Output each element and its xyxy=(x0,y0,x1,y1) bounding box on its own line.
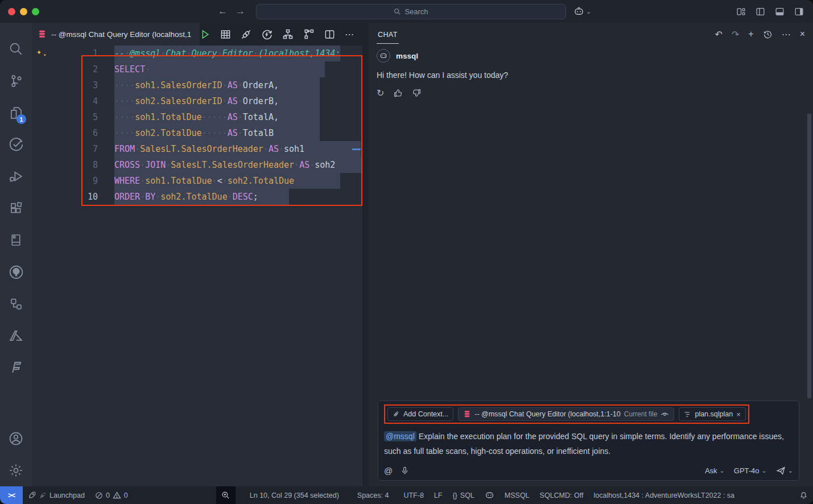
run-query-icon[interactable] xyxy=(200,29,211,40)
toggle-panel-icon[interactable] xyxy=(775,7,785,16)
close-icon[interactable]: × xyxy=(736,410,741,419)
context-chip-file[interactable]: -- @mssql Chat Query Editor (localhost,1… xyxy=(458,407,674,421)
code-editor[interactable]: ✦✦ 1--·@mssql·Chat·Query·Editor·(localho… xyxy=(32,46,362,486)
back-icon[interactable]: ← xyxy=(218,6,228,17)
retry-icon[interactable]: ↻ xyxy=(377,88,384,98)
minimize-window-button[interactable] xyxy=(20,8,27,15)
launchpad-item[interactable]: Launchpad xyxy=(23,486,90,504)
eye-icon[interactable] xyxy=(661,410,669,419)
microphone-icon[interactable] xyxy=(401,466,409,475)
model-dropdown[interactable]: GPT-4o⌄ xyxy=(734,466,767,475)
estimated-plan-icon[interactable] xyxy=(282,28,294,40)
code-line[interactable]: 1--·@mssql·Chat·Query·Editor·(localhost,… xyxy=(32,46,362,61)
toggle-primary-sidebar-icon[interactable] xyxy=(756,7,765,16)
activity-accounts[interactable] xyxy=(2,423,30,455)
search-icon xyxy=(9,42,23,56)
remote-indicator[interactable]: >< xyxy=(0,486,23,504)
thumbs-up-icon[interactable] xyxy=(393,88,403,98)
activity-settings[interactable] xyxy=(2,455,30,486)
history-icon[interactable] xyxy=(763,30,773,39)
code-line[interactable]: 3····soh1.SalesOrderID·AS·OrderA, xyxy=(32,77,362,93)
indentation-item[interactable]: Spaces: 4 xyxy=(352,486,394,504)
language-mode-item[interactable]: {}SQL xyxy=(447,486,479,504)
line-number: 2 xyxy=(32,61,98,77)
code-line[interactable]: 8CROSS·JOIN·SalesLT.SalesOrderHeader·AS·… xyxy=(32,157,362,173)
copilot-menu[interactable]: ⌄ xyxy=(573,6,591,17)
zoom-indicator[interactable] xyxy=(216,486,236,504)
chat-input-container: Add Context... -- @mssql Chat Query Edit… xyxy=(378,400,799,481)
add-context-button[interactable]: Add Context... xyxy=(387,407,453,421)
rocket-icon xyxy=(28,491,36,499)
more-icon[interactable]: ⋯ xyxy=(782,29,791,40)
code-line[interactable]: 10ORDER·BY·soh2.TotalDue·DESC; xyxy=(32,189,362,205)
activity-azure[interactable] xyxy=(2,320,30,352)
redo-icon[interactable]: ↷ xyxy=(732,29,739,40)
toggle-secondary-sidebar-icon[interactable] xyxy=(794,7,804,16)
activity-object-explorer[interactable] xyxy=(2,288,30,320)
context-chip-plan[interactable]: plan.sqlplan × xyxy=(679,407,745,421)
tab-bar: -- @mssql Chat Query Editor (localhost,1… xyxy=(32,23,362,46)
chat-input-text[interactable]: @mssql Explain the execution plan for th… xyxy=(384,429,793,459)
results-grid-icon[interactable] xyxy=(220,29,231,40)
copilot-status-item[interactable] xyxy=(480,486,500,504)
code-line[interactable]: 2SELECT· xyxy=(32,61,362,77)
close-icon[interactable]: × xyxy=(800,29,805,39)
mode-dropdown[interactable]: Ask⌄ xyxy=(705,466,725,475)
problems-item[interactable]: 0 0 xyxy=(90,486,133,504)
warnings-icon xyxy=(113,491,121,499)
eol-item[interactable]: LF xyxy=(429,486,448,504)
new-chat-icon[interactable]: + xyxy=(748,29,753,39)
split-editor-icon[interactable] xyxy=(324,29,335,40)
forward-icon[interactable]: → xyxy=(236,6,245,17)
undo-icon[interactable]: ↶ xyxy=(715,29,723,40)
mention-button[interactable]: @ xyxy=(384,466,393,476)
activity-notebook[interactable] xyxy=(2,224,30,256)
customize-layout-icon[interactable] xyxy=(736,7,746,16)
change-connection-icon[interactable] xyxy=(261,28,273,40)
code-line[interactable]: 7FROM·SalesLT.SalesOrderHeader·AS·soh1 xyxy=(32,141,362,157)
connection-item[interactable]: localhost,1434 : AdventureWorksLT2022 : … xyxy=(588,486,740,504)
maximize-window-button[interactable] xyxy=(32,8,39,15)
thumbs-down-icon[interactable] xyxy=(412,88,422,98)
notifications-bell[interactable] xyxy=(794,486,813,504)
activity-testing[interactable] xyxy=(2,129,30,160)
more-actions-icon[interactable]: ⋯ xyxy=(345,29,354,40)
code-line[interactable]: 6····soh2.TotalDue·····AS·TotalB xyxy=(32,125,362,141)
chevron-down-icon: ⌄ xyxy=(586,9,591,15)
code-line[interactable]: 4····soh2.SalesOrderID·AS·OrderB, xyxy=(32,93,362,109)
chat-body: mssql Hi there! How can I assist you tod… xyxy=(369,46,813,486)
activity-github[interactable] xyxy=(2,256,30,288)
activity-fabric[interactable] xyxy=(2,352,30,383)
actual-plan-icon[interactable] xyxy=(303,28,315,40)
code-lines: 1--·@mssql·Chat·Query·Editor·(localhost,… xyxy=(32,46,362,205)
cursor-position-item[interactable]: Ln 10, Col 29 (354 selected) xyxy=(245,486,344,504)
database-icon xyxy=(38,30,47,39)
editor-tab[interactable]: -- @mssql Chat Query Editor (localhost,1 xyxy=(32,23,200,46)
chat-scrollbar[interactable] xyxy=(807,114,811,398)
activity-extensions[interactable] xyxy=(2,192,30,224)
chat-panel: CHAT ↶ ↷ + ⋯ × mssql Hi there! How xyxy=(369,23,813,486)
sqlcmd-item[interactable]: SQLCMD: Off xyxy=(535,486,589,504)
mssql-item[interactable]: MSSQL xyxy=(500,486,535,504)
send-button[interactable]: ⌄ xyxy=(776,466,793,476)
copilot-sparkle-icon[interactable]: ✦✦ xyxy=(36,47,50,57)
tab-chat[interactable]: CHAT xyxy=(377,25,399,44)
command-center-search[interactable]: Search xyxy=(256,4,566,19)
close-window-button[interactable] xyxy=(8,8,15,15)
activity-explorer[interactable]: 1 xyxy=(2,97,30,129)
vscode-window: ← → Search ⌄ 1 xyxy=(0,0,813,504)
window-controls xyxy=(8,8,39,15)
encoding-item[interactable]: UTF-8 xyxy=(398,486,428,504)
database-icon xyxy=(463,410,471,418)
activity-run-debug[interactable] xyxy=(2,160,30,192)
list-tree-icon xyxy=(684,411,691,418)
code-line[interactable]: 5····soh1.TotalDue·····AS·TotalA, xyxy=(32,109,362,125)
source-control-icon xyxy=(9,74,23,88)
agent-name: mssql xyxy=(396,52,418,60)
activity-search[interactable] xyxy=(2,33,30,65)
activity-source-control[interactable] xyxy=(2,65,30,97)
line-number: 10 xyxy=(32,189,98,205)
debug-icon xyxy=(9,169,23,184)
disconnect-icon[interactable] xyxy=(241,29,251,40)
code-line[interactable]: 9WHERE·soh1.TotalDue·<·soh2.TotalDue xyxy=(32,173,362,189)
